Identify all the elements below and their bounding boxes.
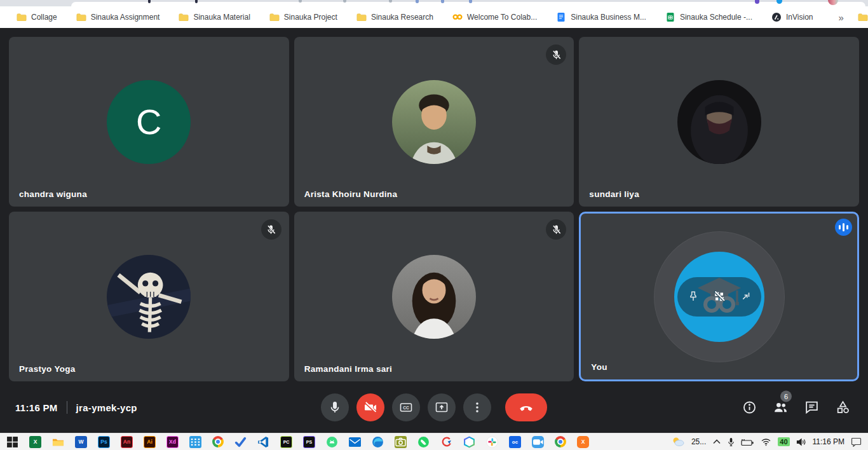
windows-taskbar: X W Ps An Ai Xd PC PS <box>0 433 868 450</box>
avatar-photo <box>392 80 476 164</box>
bookmarks-bar: Collage Sinauka Assignment Sinauka Mater… <box>0 6 868 28</box>
mic-button[interactable] <box>321 393 349 421</box>
weather-icon[interactable] <box>671 437 685 447</box>
bookmark-sinauka-schedule[interactable]: Sinauka Schedule -... <box>665 12 752 22</box>
taskbar-android-studio-icon[interactable] <box>326 436 338 448</box>
participant-tile-arista[interactable]: Arista Khoiru Nurdina <box>294 37 574 207</box>
taskbar-whatsapp-icon[interactable] <box>417 436 430 448</box>
captions-button[interactable]: CC <box>392 393 420 421</box>
participant-name: Arista Khoiru Nurdina <box>304 189 398 199</box>
participant-name: You <box>591 362 607 372</box>
toolbar-fragment <box>469 0 472 3</box>
activities-button[interactable] <box>834 399 851 416</box>
ocam-glyph: oc <box>512 439 518 445</box>
bookmark-sinauka-material[interactable]: Sinauka Material <box>179 12 250 22</box>
taskbar-slack-icon[interactable] <box>486 436 498 448</box>
meet-control-bar: 11:16 PM jra-ymek-ycp CC <box>0 382 868 433</box>
taskbar-camera-app-icon[interactable] <box>395 436 407 448</box>
minimize-tile-button[interactable] <box>738 289 753 304</box>
other-bookmarks[interactable]: Other bookmarks <box>858 12 868 22</box>
meeting-details-button[interactable] <box>741 399 758 416</box>
call-controls: CC <box>317 393 551 421</box>
taskbar-excel-icon[interactable]: X <box>29 436 41 448</box>
weather-temperature[interactable]: 25... <box>691 437 706 446</box>
avatar-wrap <box>294 37 574 207</box>
cc-glyph: CC <box>403 406 409 410</box>
taskbar-adobe-xd-icon[interactable]: Xd <box>166 436 179 448</box>
taskbar-illustrator-icon[interactable]: Ai <box>144 436 156 448</box>
word-glyph: W <box>78 439 83 445</box>
bookmark-colab[interactable]: Welcome To Colab... <box>452 12 537 22</box>
taskbar-pen-tool-app-icon[interactable] <box>440 436 452 448</box>
meeting-code: jra-ymek-ycp <box>76 402 137 413</box>
present-button[interactable] <box>428 393 456 421</box>
action-center-icon[interactable] <box>851 437 862 447</box>
participant-tile-sundari[interactable]: sundari liya <box>579 37 859 207</box>
participant-tile-you[interactable]: You <box>579 212 859 381</box>
invision-icon <box>771 12 782 22</box>
bookmark-sinauka-research[interactable]: Sinauka Research <box>356 12 433 22</box>
avatar-photo <box>107 255 191 339</box>
start-button[interactable] <box>6 436 18 448</box>
tray-chevron-up-icon[interactable] <box>712 439 721 445</box>
taskbar-mail-icon[interactable] <box>349 436 361 448</box>
meeting-time: 11:16 PM <box>15 402 58 413</box>
tray-wifi-icon[interactable] <box>761 438 771 446</box>
battery-percent-badge[interactable]: 40 <box>778 437 789 446</box>
participant-name: Prastyo Yoga <box>19 364 76 374</box>
avatar-photo <box>392 255 476 339</box>
xampp-glyph: X <box>581 439 585 445</box>
bookmark-collage[interactable]: Collage <box>17 12 57 22</box>
bookmark-sinauka-assignment[interactable]: Sinauka Assignment <box>76 12 160 22</box>
hang-up-button[interactable] <box>505 393 547 421</box>
taskbar-file-explorer-icon[interactable] <box>52 436 64 448</box>
taskbar-edge-icon[interactable] <box>372 436 384 448</box>
participant-tile-chandra[interactable]: C chandra wiguna <box>9 37 289 207</box>
participant-tile-ramandani[interactable]: Ramandani Irma sari <box>294 212 574 381</box>
tray-microphone-icon[interactable] <box>728 437 735 447</box>
divider <box>67 401 67 414</box>
tray-volume-icon[interactable] <box>796 438 806 446</box>
bookmark-sinauka-project[interactable]: Sinauka Project <box>269 12 337 22</box>
folder-icon <box>76 12 86 22</box>
grid-visibility-off-button[interactable] <box>712 289 727 304</box>
participants-button[interactable]: 6 <box>772 399 789 416</box>
taskbar-word-icon[interactable]: W <box>75 436 87 448</box>
chat-button[interactable] <box>803 399 820 416</box>
avatar-wrap: C <box>9 37 289 207</box>
bookmark-sinauka-business[interactable]: Sinauka Business M... <box>556 12 646 22</box>
participant-tile-prastyo[interactable]: Prastyo Yoga <box>9 212 289 381</box>
taskbar-hexagon-app-icon[interactable] <box>463 436 475 448</box>
camera-off-button[interactable] <box>356 393 384 421</box>
bookmarks-overflow-chevron[interactable]: » <box>832 12 850 23</box>
more-options-button[interactable] <box>463 393 491 421</box>
participants-count-badge: 6 <box>780 391 792 402</box>
folder-icon <box>179 12 189 22</box>
taskbar-animate-icon[interactable]: An <box>121 436 133 448</box>
bookmark-invision[interactable]: InVision <box>771 12 813 22</box>
participant-name: Ramandani Irma sari <box>304 364 393 374</box>
avatar-photo <box>677 80 761 164</box>
taskbar-vscode-icon[interactable] <box>257 436 269 448</box>
taskbar-phpstorm-icon[interactable]: PS <box>303 436 315 448</box>
participant-name: chandra wiguna <box>19 189 87 199</box>
tray-clock[interactable]: 11:16 PM <box>813 437 844 446</box>
taskbar-calendar-icon[interactable] <box>189 436 201 448</box>
mic-muted-indicator <box>261 219 281 240</box>
taskbar-todo-check-icon[interactable] <box>234 436 247 448</box>
taskbar-ocam-icon[interactable]: oc <box>509 436 521 448</box>
bookmark-label: Sinauka Assignment <box>91 13 160 22</box>
taskbar-chrome-icon[interactable] <box>212 436 224 447</box>
screen: Collage Sinauka Assignment Sinauka Mater… <box>0 0 868 450</box>
taskbar-chrome-active-icon[interactable] <box>555 436 566 447</box>
taskbar-zoom-app-icon[interactable] <box>532 436 544 448</box>
avatar-wrap <box>579 37 859 207</box>
taskbar-xampp-icon[interactable]: X <box>577 436 589 448</box>
taskbar-pycharm-icon[interactable]: PC <box>280 436 292 448</box>
taskbar-photoshop-icon[interactable]: Ps <box>98 436 110 448</box>
pin-participant-button[interactable] <box>686 289 701 304</box>
meeting-panels: 6 <box>727 399 851 416</box>
taskbar-apps: X W Ps An Ai Xd PC PS <box>0 436 589 448</box>
tray-battery-icon[interactable] <box>741 438 754 446</box>
toolbar-fragment <box>416 0 419 3</box>
